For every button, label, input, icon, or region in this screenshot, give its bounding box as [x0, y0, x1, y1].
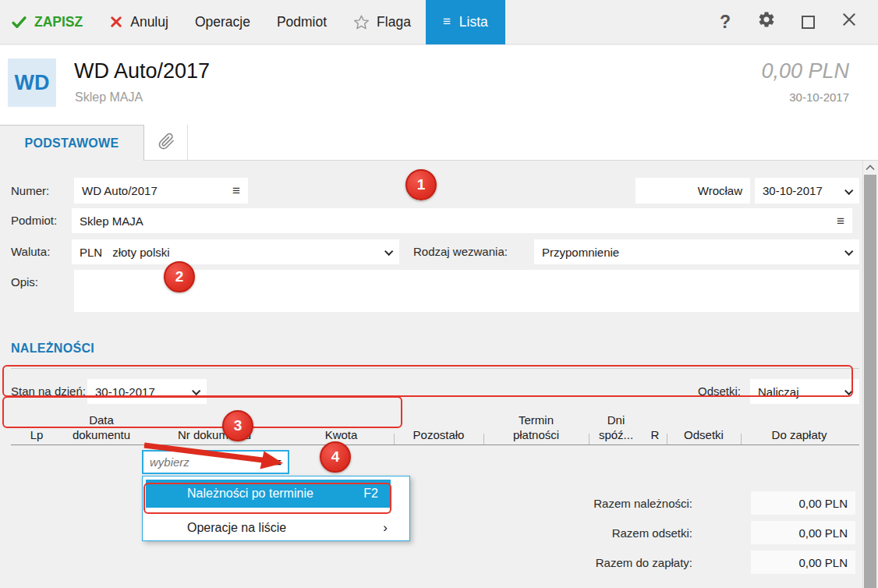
- waluta-label: Waluta:: [11, 245, 50, 258]
- maximize-button[interactable]: [796, 10, 820, 34]
- total-interest-label: Razem odsetki:: [499, 526, 692, 540]
- numer-label: Numer:: [11, 184, 49, 197]
- waluta-select[interactable]: PLN złoty polski: [72, 239, 399, 264]
- total-receivables-label: Razem należności:: [499, 497, 692, 510]
- document-amount: 0,00 PLN: [761, 59, 849, 83]
- settings-button[interactable]: [755, 10, 778, 34]
- numer-field[interactable]: WD Auto/2017 ≡: [74, 178, 248, 204]
- total-interest-value: 0,00 PLN: [751, 521, 855, 544]
- col-pozostalo[interactable]: Pozostało: [394, 427, 483, 445]
- document-date: 30-10-2017: [789, 90, 849, 104]
- col-lp[interactable]: Lp: [11, 427, 62, 445]
- annotation-step-1: 1: [405, 169, 437, 200]
- entity-label: Podmiot: [277, 14, 327, 30]
- document-picker[interactable]: ≡: [142, 450, 289, 474]
- hamburger-icon: ≡: [443, 14, 451, 30]
- menu-item-operacje-na-liscie[interactable]: Operacje na liście ›: [143, 515, 411, 540]
- receivables-table-header: Lp Datadokumentu Nr dokumentu Kwota Pozo…: [11, 409, 859, 445]
- scrollbar-up-icon[interactable]: [864, 162, 876, 173]
- save-label: ZAPISZ: [34, 14, 83, 30]
- col-termin-platnosci[interactable]: Terminpłatności: [483, 413, 589, 445]
- city-value: Wrocław: [698, 184, 742, 197]
- save-button[interactable]: ZAPISZ: [0, 0, 96, 44]
- operations-label: Operacje: [195, 14, 250, 30]
- picker-context-menu: Należności po terminie F2 Operacje na li…: [142, 476, 410, 541]
- tab-attachments[interactable]: [144, 125, 188, 160]
- chevron-down-icon: [844, 387, 853, 395]
- odsetki-label: Odsetki:: [698, 384, 741, 398]
- tab-podstawowe[interactable]: PODSTAWOWE: [0, 125, 144, 161]
- stan-label: Stan na dzień:: [11, 384, 86, 398]
- rodzaj-value: Przypomnienie: [542, 246, 619, 259]
- city-field[interactable]: Wrocław: [635, 178, 750, 204]
- chevron-down-icon: [844, 186, 853, 194]
- odsetki-value: Naliczaj: [758, 385, 799, 398]
- close-icon: [841, 12, 857, 32]
- close-button[interactable]: [837, 10, 861, 34]
- col-dni-spoznienia[interactable]: Dnispóź...: [589, 413, 643, 445]
- receivables-section-title: NALEŻNOŚCI: [11, 342, 94, 356]
- stan-select[interactable]: 30-10-2017: [87, 379, 207, 404]
- document-subtitle: Sklep MAJA: [75, 90, 143, 104]
- star-icon: [353, 14, 370, 30]
- help-icon: ?: [720, 12, 731, 33]
- total-to-pay-value: 0,00 PLN: [751, 551, 855, 574]
- toolbar: ZAPISZ Anuluj Operacje Podmiot Flaga ≡ L…: [0, 0, 878, 44]
- tab-bar: PODSTAWOWE: [0, 125, 878, 161]
- chevron-down-icon: [384, 247, 393, 256]
- form-panel: Numer: WD Auto/2017 ≡ Wrocław 30-10-2017…: [0, 161, 878, 588]
- menu-item1-label: Należności po terminie: [187, 487, 313, 501]
- flag-button[interactable]: Flaga: [340, 0, 424, 44]
- numer-menu-icon[interactable]: ≡: [232, 184, 240, 197]
- numer-value: WD Auto/2017: [82, 184, 158, 197]
- menu-item2-label: Operacje na liście: [187, 521, 286, 535]
- x-icon: [109, 15, 123, 29]
- annotation-step-2: 2: [164, 261, 195, 292]
- menu-item-naleznosci-po-terminie[interactable]: Należności po terminie F2: [146, 480, 391, 508]
- col-odsetki[interactable]: Odsetki: [667, 427, 741, 445]
- podmiot-label: Podmiot:: [11, 214, 57, 227]
- stan-value: 30-10-2017: [95, 385, 155, 398]
- section-divider: [11, 368, 859, 369]
- list-button[interactable]: ≡ Lista: [426, 0, 505, 44]
- podmiot-menu-icon[interactable]: ≡: [837, 214, 844, 228]
- col-nr-dokumentu[interactable]: Nr dokumentu: [140, 427, 289, 445]
- doc-date-select[interactable]: 30-10-2017: [755, 178, 859, 204]
- rodzaj-label: Rodzaj wezwania:: [413, 245, 508, 258]
- podmiot-field[interactable]: Sklep MAJA ≡: [72, 208, 852, 233]
- maximize-icon: [802, 16, 815, 29]
- menu-item1-shortcut: F2: [363, 487, 378, 501]
- gear-icon: [757, 10, 776, 34]
- operations-button[interactable]: Operacje: [182, 0, 264, 44]
- flag-label: Flaga: [377, 14, 411, 30]
- submenu-arrow-icon: ›: [383, 520, 388, 536]
- podmiot-value: Sklep MAJA: [80, 214, 143, 228]
- doc-date-value: 30-10-2017: [763, 184, 823, 197]
- opis-label: Opis:: [11, 275, 38, 289]
- col-do-zaplaty[interactable]: Do zapłaty: [741, 427, 858, 445]
- waluta-code: PLN: [80, 246, 102, 259]
- scrollbar-thumb[interactable]: [864, 175, 876, 588]
- total-to-pay-label: Razem do zapłaty:: [499, 556, 692, 569]
- chevron-down-icon: [192, 387, 200, 395]
- check-icon: [11, 14, 27, 30]
- rodzaj-select[interactable]: Przypomnienie: [534, 239, 859, 264]
- document-header: WD WD Auto/2017 Sklep MAJA 0,00 PLN 30-1…: [0, 45, 878, 125]
- col-data-dokumentu[interactable]: Datadokumentu: [62, 413, 140, 445]
- titlebar-buttons: ?: [713, 10, 878, 34]
- document-type-badge: WD: [8, 58, 56, 107]
- odsetki-select[interactable]: Naliczaj: [750, 379, 859, 404]
- waluta-name: złoty polski: [112, 246, 169, 259]
- picker-menu-icon[interactable]: ≡: [274, 456, 281, 468]
- help-button[interactable]: ?: [713, 10, 737, 34]
- paperclip-icon: [157, 132, 175, 154]
- document-title: WD Auto/2017: [74, 59, 210, 83]
- app-window: ZAPISZ Anuluj Operacje Podmiot Flaga ≡ L…: [0, 0, 878, 588]
- entity-button[interactable]: Podmiot: [264, 0, 340, 44]
- cancel-button[interactable]: Anuluj: [96, 0, 182, 44]
- col-r[interactable]: R: [643, 427, 667, 445]
- menu-separator: [221, 512, 391, 513]
- chevron-down-icon: [844, 247, 853, 256]
- annotation-step-4: 4: [320, 441, 351, 473]
- document-picker-input[interactable]: [150, 455, 274, 469]
